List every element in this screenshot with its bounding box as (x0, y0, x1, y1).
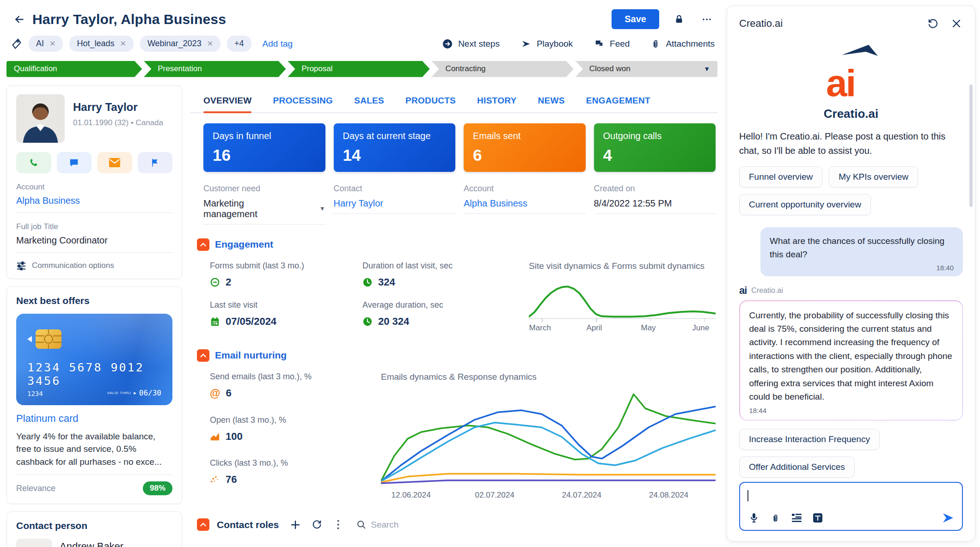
playbook-button[interactable]: Playbook (521, 39, 573, 49)
refresh-button[interactable] (310, 518, 323, 531)
chat-input[interactable] (739, 482, 963, 531)
lock-button[interactable] (671, 12, 687, 27)
message-timestamp: 18:44 (749, 407, 953, 414)
save-button[interactable]: Save (612, 9, 659, 29)
site-visit-chart: Site visit dynamics & Forms submit dynam… (529, 261, 716, 335)
main-area: Harry Taylor, Alpha Business Save (0, 0, 727, 547)
email-button[interactable] (97, 152, 132, 173)
link-icon (210, 277, 220, 287)
panel-scrollbar[interactable] (969, 85, 973, 207)
communication-options-button[interactable]: Communication options (16, 261, 114, 270)
more-tags-pill[interactable]: +4 (227, 36, 251, 52)
suggestion-funnel-overview[interactable]: Funnel overview (739, 166, 822, 188)
envelope-icon (109, 158, 120, 167)
open-rate-value: 100 (226, 431, 243, 443)
last-site-visit-value: 07/05/2024 (226, 316, 276, 328)
engagement-section: Engagement Forms submit (last 3 mo.) 2 (197, 238, 716, 335)
feed-icon (594, 39, 604, 49)
column-influence[interactable]: Influence (510, 543, 602, 547)
kpi-days-in-funnel: Days in funnel 16 (203, 123, 325, 172)
tab-products[interactable]: PRODUCTS (405, 92, 456, 112)
feed-button[interactable]: Feed (594, 39, 630, 49)
suggestion-kpis-overview[interactable]: My KPIs overview (829, 166, 918, 188)
engagement-title: Engagement (215, 239, 273, 250)
call-button[interactable] (16, 152, 51, 173)
flag-button[interactable] (138, 152, 173, 173)
chevron-down-icon[interactable]: ▼ (704, 65, 710, 73)
microphone-button[interactable] (747, 511, 760, 524)
x-tick-label: 24.08.2024 (649, 491, 688, 500)
tag-pill[interactable]: Hot_leads✕ (69, 36, 133, 52)
contact-person-title: Contact person (16, 520, 172, 531)
card-number-small: 1234 (27, 390, 43, 397)
column-primary-contact[interactable]: Primary contact (323, 543, 417, 547)
remove-tag-icon[interactable]: ✕ (120, 40, 126, 48)
stage-qualification[interactable]: Qualification (6, 61, 142, 77)
customer-need-select[interactable]: Marketing management ▼ (203, 198, 325, 225)
card-arrow-left-icon (27, 336, 32, 342)
search-placeholder: Search (371, 520, 398, 530)
x-tick-label: 24.07.2024 (562, 491, 601, 500)
send-button[interactable] (942, 511, 955, 524)
remove-tag-icon[interactable]: ✕ (49, 40, 55, 48)
action-increase-frequency[interactable]: Increase Interaction Frequency (739, 429, 880, 450)
collapse-email-nurturing-button[interactable] (197, 349, 209, 362)
tab-engagement[interactable]: ENGAGEMENT (586, 92, 650, 112)
paperclip-icon (651, 39, 660, 49)
stage-presentation[interactable]: Presentation (144, 61, 286, 77)
contact-link[interactable]: Harry Taylor (334, 198, 456, 214)
column-loyalty[interactable]: Loyalty (602, 543, 716, 547)
offer-name-link[interactable]: Platinum card (16, 413, 172, 425)
tab-overview[interactable]: OVERVIEW (203, 92, 251, 112)
back-button[interactable] (11, 11, 28, 28)
chat-button[interactable] (57, 152, 92, 173)
kpi-outgoing-calls: Outgoing calls 4 (594, 123, 716, 172)
collapse-contact-roles-button[interactable] (197, 518, 209, 531)
tab-processing[interactable]: PROCESSING (273, 92, 333, 112)
text-format-button[interactable] (811, 511, 824, 524)
main-column: OVERVIEW PROCESSING SALES PRODUCTS HISTO… (190, 85, 717, 547)
stage-proposal[interactable]: Proposal (288, 61, 429, 77)
email-dynamics-chart-canvas (381, 389, 716, 484)
account-field-link[interactable]: Alpha Business (464, 198, 586, 214)
user-message-text: What are the chances of successfully clo… (770, 235, 954, 261)
action-label: Next steps (458, 39, 500, 49)
reset-chat-button[interactable] (926, 17, 939, 30)
close-panel-button[interactable] (950, 17, 963, 30)
collapse-engagement-button[interactable] (197, 238, 209, 251)
tab-news[interactable]: NEWS (538, 92, 565, 112)
stage-label: Contracting (446, 64, 486, 73)
stage-contracting[interactable]: Contracting (432, 61, 574, 77)
arrow-left-icon (13, 13, 25, 25)
tag-pill[interactable]: AI✕ (29, 36, 63, 52)
tag-pill[interactable]: Webinar_2023✕ (140, 36, 220, 52)
playbook-icon (521, 39, 531, 49)
action-label: Feed (610, 39, 630, 49)
suggestion-opportunity-overview[interactable]: Current opportunity overview (739, 194, 871, 215)
email-nurturing-section: Email nurturing Send emails (last 3 mo.)… (197, 349, 716, 503)
template-button[interactable] (790, 511, 803, 524)
add-contact-role-button[interactable] (289, 518, 302, 531)
attachments-button[interactable]: Attachments (651, 39, 715, 49)
plus-icon (291, 520, 300, 529)
stage-closed-won[interactable]: Closed won ▼ (576, 61, 717, 77)
remove-tag-icon[interactable]: ✕ (207, 40, 213, 48)
x-tick-label: 02.07.2024 (475, 491, 514, 500)
more-options-button[interactable] (699, 12, 715, 27)
column-role[interactable]: Role (417, 543, 510, 547)
contact-roles-title: Contact roles (217, 519, 279, 530)
x-axis-labels: 12.06.2024 02.07.2024 24.07.2024 24.08.2… (381, 491, 716, 503)
relevance-label: Relevance (16, 484, 55, 493)
column-contact[interactable]: Contact (230, 543, 323, 547)
card-valid-value: 06/30 (139, 389, 161, 397)
tab-history[interactable]: HISTORY (477, 92, 517, 112)
kebab-menu-button[interactable] (331, 518, 344, 531)
action-offer-services[interactable]: Offer Additional Services (739, 456, 855, 478)
add-tag-button[interactable]: Add tag (263, 39, 293, 49)
roles-search[interactable]: Search (356, 520, 398, 530)
tab-sales[interactable]: SALES (354, 92, 384, 112)
credit-card-image[interactable]: 1234 5678 9012 3456 1234 VALID THRU ▸ 06… (16, 314, 172, 405)
account-link[interactable]: Alpha Business (16, 195, 172, 213)
next-steps-button[interactable]: Next steps (442, 39, 500, 49)
attach-file-button[interactable] (769, 511, 782, 524)
